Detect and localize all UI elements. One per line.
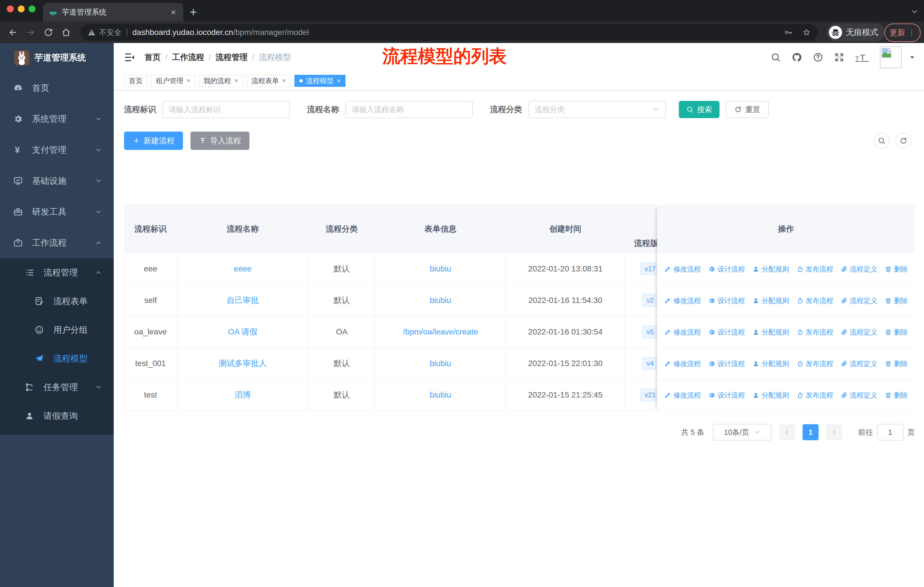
- browser-tab[interactable]: 芋道管理系统 ×: [43, 3, 183, 21]
- search-button[interactable]: 搜索: [679, 101, 719, 118]
- goto-page-input[interactable]: [877, 424, 903, 440]
- sidebar-item-流程管理[interactable]: 流程管理: [0, 258, 114, 287]
- action-分配规则[interactable]: 分配规则: [752, 359, 789, 368]
- key-icon[interactable]: [784, 28, 792, 37]
- create-process-button[interactable]: 新建流程: [124, 132, 183, 150]
- sidebar-item-任务管理[interactable]: 任务管理: [0, 373, 114, 402]
- hamburger-icon[interactable]: [124, 51, 135, 63]
- action-流程定义[interactable]: 流程定义: [841, 359, 877, 368]
- action-分配规则[interactable]: 分配规则: [752, 391, 789, 400]
- tag-流程模型[interactable]: 流程模型×: [294, 75, 346, 87]
- process-name-link[interactable]: 测试多审批人: [219, 359, 267, 368]
- show-search-button[interactable]: [874, 133, 889, 149]
- action-分配规则[interactable]: 分配规则: [752, 265, 789, 274]
- action-修改流程[interactable]: 修改流程: [664, 359, 701, 368]
- action-分配规则[interactable]: 分配规则: [752, 296, 789, 305]
- caret-down-icon[interactable]: [909, 54, 916, 61]
- action-修改流程[interactable]: 修改流程: [664, 327, 701, 337]
- sidebar-item-用户分组[interactable]: 用户分组: [0, 316, 114, 344]
- window-close-button[interactable]: [7, 5, 14, 12]
- sidebar-item-流程表单[interactable]: 流程表单: [0, 287, 114, 316]
- sidebar-item-基础设施[interactable]: 基础设施: [0, 165, 114, 196]
- refresh-table-button[interactable]: [895, 133, 911, 149]
- page-number-button[interactable]: 1: [803, 424, 818, 440]
- import-process-button[interactable]: 导入流程: [190, 132, 249, 150]
- tag-close-icon[interactable]: ×: [187, 77, 190, 84]
- window-zoom-button[interactable]: [29, 5, 36, 12]
- help-icon[interactable]: [813, 52, 823, 63]
- breadcrumb-item[interactable]: 首页: [145, 52, 161, 63]
- action-修改流程[interactable]: 修改流程: [664, 296, 701, 305]
- tag-close-icon[interactable]: ×: [282, 77, 286, 84]
- action-设计流程[interactable]: 设计流程: [708, 296, 745, 305]
- form-info-link[interactable]: biubiu: [430, 359, 451, 368]
- sidebar-item-请假查询[interactable]: 请假查询: [0, 402, 114, 430]
- action-删除[interactable]: 删除: [885, 327, 908, 337]
- sidebar-item-首页[interactable]: 首页: [0, 73, 114, 104]
- process-name-link[interactable]: OA 请假: [228, 327, 257, 336]
- tag-close-icon[interactable]: ×: [337, 77, 341, 84]
- action-删除[interactable]: 删除: [885, 265, 908, 274]
- home-icon[interactable]: [61, 28, 71, 37]
- app-logo[interactable]: 芋道管理系统: [0, 43, 114, 73]
- sidebar-item-工作流程[interactable]: 工作流程: [0, 227, 114, 258]
- category-filter-select[interactable]: 流程分类: [528, 101, 666, 118]
- key-filter-input[interactable]: [162, 101, 290, 118]
- avatar[interactable]: [880, 46, 902, 68]
- action-发布流程[interactable]: 发布流程: [797, 359, 833, 368]
- font-size-icon[interactable]: TT: [855, 52, 869, 63]
- reset-button[interactable]: 重置: [726, 101, 769, 118]
- action-发布流程[interactable]: 发布流程: [797, 296, 833, 305]
- action-设计流程[interactable]: 设计流程: [708, 391, 745, 400]
- action-分配规则[interactable]: 分配规则: [752, 327, 789, 337]
- action-发布流程[interactable]: 发布流程: [797, 265, 833, 274]
- action-设计流程[interactable]: 设计流程: [708, 265, 745, 274]
- action-设计流程[interactable]: 设计流程: [708, 359, 745, 368]
- tag-租户管理[interactable]: 租户管理×: [151, 75, 195, 87]
- chevron-down-icon[interactable]: [910, 7, 919, 16]
- action-发布流程[interactable]: 发布流程: [797, 391, 833, 400]
- sidebar-item-流程模型[interactable]: 流程模型: [0, 344, 114, 373]
- sidebar-item-支付管理[interactable]: ¥支付管理: [0, 134, 114, 165]
- action-修改流程[interactable]: 修改流程: [664, 265, 701, 274]
- page-size-select[interactable]: 10条/页: [713, 424, 772, 440]
- sidebar-item-系统管理[interactable]: 系统管理: [0, 104, 114, 134]
- search-icon[interactable]: [771, 52, 781, 63]
- tag-close-icon[interactable]: ×: [234, 77, 238, 84]
- form-info-link[interactable]: biubiu: [430, 264, 451, 273]
- back-icon[interactable]: [8, 28, 18, 37]
- process-name-link[interactable]: 滔博: [234, 390, 251, 399]
- sidebar-item-研发工具[interactable]: 研发工具: [0, 196, 114, 227]
- star-icon[interactable]: [802, 28, 811, 37]
- action-流程定义[interactable]: 流程定义: [841, 327, 877, 337]
- action-流程定义[interactable]: 流程定义: [841, 391, 877, 400]
- process-name-link[interactable]: 自己审批: [226, 296, 259, 305]
- tag-首页[interactable]: 首页: [124, 75, 147, 87]
- action-删除[interactable]: 删除: [885, 296, 908, 305]
- prev-page-button[interactable]: [779, 424, 795, 440]
- breadcrumb-item[interactable]: 流程管理: [216, 52, 248, 63]
- github-icon[interactable]: [792, 52, 802, 63]
- tab-close-icon[interactable]: ×: [169, 7, 178, 17]
- breadcrumb-item[interactable]: 工作流程: [172, 52, 204, 63]
- action-删除[interactable]: 删除: [885, 359, 908, 368]
- form-info-link[interactable]: biubiu: [430, 296, 451, 305]
- new-tab-button[interactable]: +: [190, 4, 197, 20]
- form-info-link[interactable]: biubiu: [430, 390, 451, 399]
- action-设计流程[interactable]: 设计流程: [708, 327, 745, 337]
- action-流程定义[interactable]: 流程定义: [841, 296, 877, 305]
- process-name-link[interactable]: eeee: [234, 264, 251, 273]
- forward-icon[interactable]: [26, 28, 36, 37]
- form-info-link[interactable]: /bpm/oa/leave/create: [403, 327, 478, 336]
- tag-流程表单[interactable]: 流程表单×: [247, 75, 291, 87]
- action-删除[interactable]: 删除: [885, 391, 908, 400]
- next-page-button[interactable]: [826, 424, 842, 440]
- tag-我的流程[interactable]: 我的流程×: [199, 75, 243, 87]
- browser-update-button[interactable]: 更新⋮: [884, 23, 921, 42]
- window-minimize-button[interactable]: [18, 5, 25, 12]
- action-修改流程[interactable]: 修改流程: [664, 391, 701, 400]
- reload-icon[interactable]: [43, 28, 53, 37]
- action-发布流程[interactable]: 发布流程: [797, 327, 833, 337]
- fullscreen-icon[interactable]: [834, 52, 844, 63]
- name-filter-input[interactable]: [345, 101, 473, 118]
